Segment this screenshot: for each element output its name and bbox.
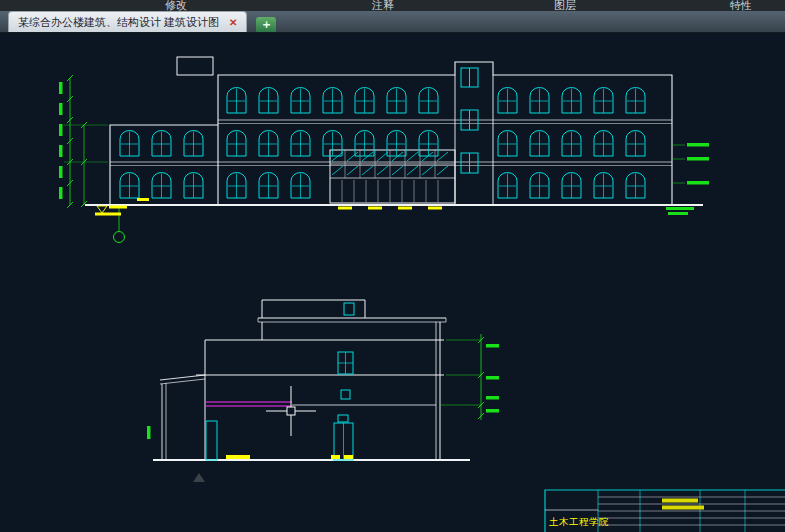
side-section-dimensions (147, 334, 499, 439)
drawing-tab[interactable]: 某综合办公楼建筑、结构设计 建筑设计图 ✕ (8, 11, 247, 32)
pickbox (287, 407, 295, 415)
ribbon-bar: 修改 注释 图层 特性 (0, 0, 785, 11)
drawing-tab-label: 某综合办公楼建筑、结构设计 建筑设计图 (18, 15, 219, 30)
side-section-drawing[interactable] (147, 300, 499, 482)
front-elevation-drawing[interactable] (59, 57, 709, 243)
title-block[interactable]: 土木工程学院 (545, 490, 785, 532)
side-section-annotations (226, 455, 353, 459)
side-section-outline (153, 300, 470, 460)
crosshair-cursor (266, 386, 316, 436)
front-elevation-dimensions (59, 75, 709, 243)
front-elevation-windows (120, 68, 645, 198)
ribbon-panel-modify[interactable]: 修改 (165, 0, 187, 11)
ribbon-panel-annotate[interactable]: 注释 (372, 0, 394, 11)
file-tab-bar: 某综合办公楼建筑、结构设计 建筑设计图 ✕ ＋ (0, 11, 785, 33)
cad-application-window: 修改 注释 图层 特性 某综合办公楼建筑、结构设计 建筑设计图 ✕ ＋ (0, 0, 785, 532)
ribbon-panel-layers[interactable]: 图层 (554, 0, 576, 11)
close-tab-icon[interactable]: ✕ (229, 17, 237, 28)
axis-marker (114, 206, 125, 243)
new-tab-button[interactable]: ＋ (256, 17, 276, 32)
ribbon-panel-properties[interactable]: 特性 (730, 0, 752, 11)
north-arrow-marker (193, 473, 205, 482)
side-section-openings (206, 303, 354, 460)
drawing-canvas[interactable]: 土木工程学院 (0, 33, 785, 532)
slab-lines (205, 402, 292, 406)
title-block-department: 土木工程学院 (549, 516, 609, 527)
